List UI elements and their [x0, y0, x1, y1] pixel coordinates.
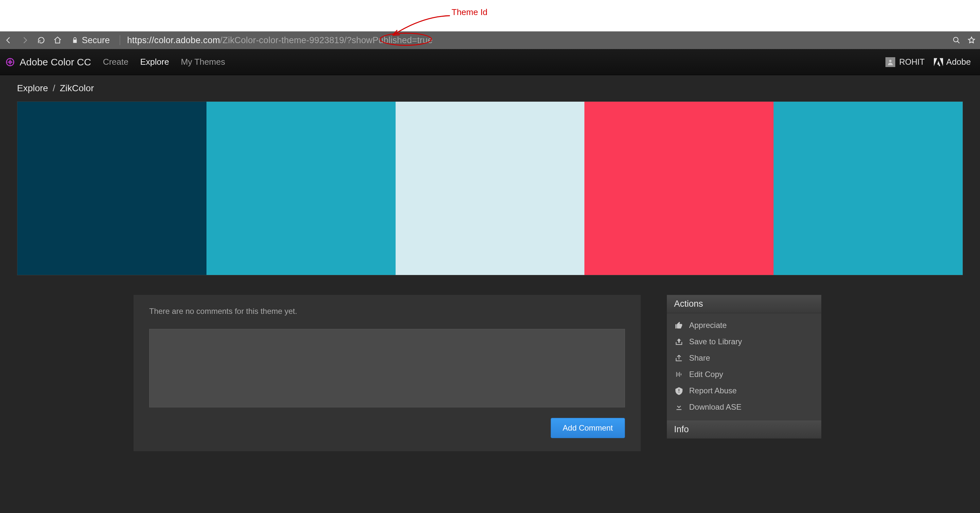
action-label: Report Abuse	[689, 386, 737, 395]
app-navbar: Adobe Color CC Create Explore My Themes …	[0, 49, 980, 75]
save-library-icon	[674, 337, 684, 346]
action-label: Edit Copy	[689, 370, 723, 379]
adobe-logo-icon	[934, 58, 943, 67]
home-icon[interactable]	[53, 36, 62, 45]
no-comments-text: There are no comments for this theme yet…	[149, 307, 625, 316]
browser-toolbar: Secure https://color.adobe.com/ZikColor-…	[0, 32, 980, 49]
info-heading: Info	[667, 421, 821, 439]
color-wheel-icon	[5, 57, 15, 67]
swatch-2[interactable]	[396, 102, 585, 275]
forward-icon[interactable]	[20, 36, 29, 45]
adobe-label: Adobe	[946, 57, 971, 67]
address-bar[interactable]: https://color.adobe.com/ZikColor-color-t…	[127, 35, 433, 46]
nav-tab-explore[interactable]: Explore	[140, 57, 169, 67]
zoom-icon[interactable]	[952, 36, 961, 45]
action-label: Share	[689, 353, 710, 362]
separator	[120, 35, 120, 45]
user-name: ROHIT	[899, 57, 925, 67]
reload-icon[interactable]	[37, 36, 46, 45]
avatar-icon	[885, 57, 895, 67]
secure-label: Secure	[82, 35, 110, 46]
report-icon	[674, 386, 684, 395]
action-save-library[interactable]: Save to Library	[674, 337, 814, 346]
app-logo[interactable]: Adobe Color CC	[5, 57, 91, 68]
actions-panel: Actions Appreciate Save to Library Share	[667, 295, 821, 421]
comments-panel: There are no comments for this theme yet…	[134, 295, 641, 451]
add-comment-button[interactable]: Add Comment	[551, 418, 625, 438]
swatch-0[interactable]	[18, 102, 207, 275]
action-label: Download ASE	[689, 402, 741, 411]
nav-tab-mythemes[interactable]: My Themes	[181, 57, 225, 67]
url-host: https://color.adobe.com	[127, 35, 220, 45]
swatch-3[interactable]	[584, 102, 773, 275]
action-label: Save to Library	[689, 337, 742, 346]
breadcrumb-root[interactable]: Explore	[17, 83, 48, 94]
breadcrumb-separator: /	[52, 83, 55, 94]
lock-icon	[72, 37, 78, 44]
action-edit-copy[interactable]: Edit Copy	[674, 370, 814, 379]
bookmark-star-icon[interactable]	[967, 36, 976, 45]
swatch-4[interactable]	[773, 102, 963, 275]
breadcrumb-current: ZikColor	[60, 83, 94, 94]
page-content: Explore / ZikColor There are no comments…	[0, 75, 980, 513]
secure-indicator[interactable]: Secure	[72, 35, 110, 46]
share-icon	[674, 353, 684, 363]
annotation-area: Theme Id	[0, 0, 980, 32]
adobe-link[interactable]: Adobe	[934, 57, 971, 67]
action-label: Appreciate	[689, 321, 727, 330]
back-icon[interactable]	[4, 36, 13, 45]
action-report-abuse[interactable]: Report Abuse	[674, 386, 814, 395]
url-theme-id: 9923819	[309, 35, 344, 45]
nav-tab-create[interactable]: Create	[103, 57, 128, 67]
app-title: Adobe Color CC	[20, 57, 91, 68]
action-share[interactable]: Share	[674, 353, 814, 363]
edit-copy-icon	[674, 370, 684, 379]
actions-heading: Actions	[667, 295, 821, 313]
action-download-ase[interactable]: Download ASE	[674, 402, 814, 412]
download-icon	[674, 402, 684, 412]
info-panel: Info	[667, 421, 821, 439]
url-path-post: /?showPublished=true	[344, 35, 433, 45]
url-path-pre: /ZikColor-color-theme-	[220, 35, 309, 45]
comment-input[interactable]	[149, 329, 625, 407]
svg-point-3	[889, 59, 891, 62]
action-appreciate[interactable]: Appreciate	[674, 321, 814, 330]
breadcrumb: Explore / ZikColor	[17, 83, 963, 94]
svg-point-0	[953, 37, 958, 42]
user-menu[interactable]: ROHIT	[885, 57, 925, 67]
swatch-1[interactable]	[207, 102, 396, 275]
thumbs-up-icon	[674, 321, 684, 330]
annotation-label: Theme Id	[452, 7, 488, 17]
color-palette	[17, 102, 963, 275]
